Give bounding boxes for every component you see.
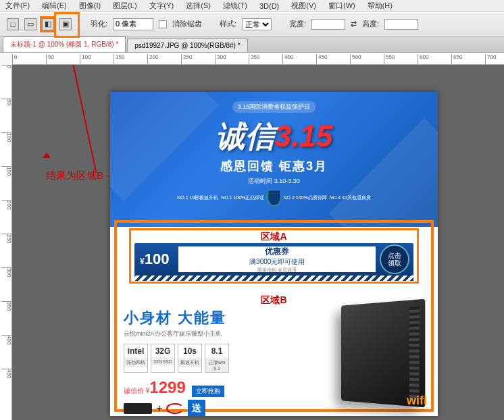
height-input[interactable] xyxy=(384,19,418,30)
coupon-title: 优惠券 xyxy=(265,246,289,257)
style-select[interactable]: 正常 xyxy=(242,18,272,30)
gift-row: + 送 xyxy=(124,400,316,416)
ruler-tick: 650 xyxy=(451,54,462,65)
feather-input[interactable] xyxy=(113,18,153,30)
device-image xyxy=(341,299,425,408)
ruler-tick: 400 xyxy=(1,335,12,344)
menu-edit[interactable]: 编辑(E) xyxy=(42,1,67,11)
menu-file[interactable]: 文件(F) xyxy=(5,1,30,11)
ruler-tick: 0 xyxy=(1,65,12,68)
coupon-mid: 优惠券 满3000元即可使用 限量抢购 全店通用 xyxy=(178,246,376,272)
plus-icon: + xyxy=(156,402,162,415)
buy-button[interactable]: 立即抢购 xyxy=(192,386,224,397)
ruler-tick: 150 xyxy=(114,54,124,65)
coupon-claim-button[interactable]: 点击领取 xyxy=(380,244,409,274)
spec-item: intel强劲四核 xyxy=(124,344,148,373)
banner-tag: 3.15国际消费者权益保护日 xyxy=(232,101,316,113)
cert-item: NO.2 100%品质保障 xyxy=(284,194,327,201)
height-label: 高度: xyxy=(362,19,379,29)
style-label: 样式: xyxy=(220,19,236,29)
canvas-area[interactable]: 结果为区域B - 区域A 3.15国际消费者权益保护日 诚信3.15 感恩回馈 … xyxy=(12,65,504,420)
ruler-tick: 250 xyxy=(1,234,12,243)
ruler-tick: 450 xyxy=(1,369,12,378)
antialias-checkbox[interactable] xyxy=(159,20,167,28)
banner-subtitle: 感恩回馈 钜惠3月 xyxy=(110,158,438,174)
width-input[interactable] xyxy=(311,19,345,30)
cert-item: NO.1 100%正品保证 xyxy=(221,194,264,201)
ruler-tick: 550 xyxy=(384,54,395,65)
lower-area: 区域A 区域B ¥100 优惠券 满3000元即可使用 限量抢购 全店通用 点击… xyxy=(110,227,438,416)
menu-layer[interactable]: 图层(L) xyxy=(113,1,136,11)
options-bar: □ ▭ ◧ ▣ 羽化: 消除锯齿 样式: 正常 宽度: ⇄ 高度: xyxy=(0,12,504,36)
ruler-tick: 100 xyxy=(80,54,91,65)
menu-view[interactable]: 视图(V) xyxy=(291,1,316,11)
main-menubar: 文件(F) 编辑(E) 图像(I) 图层(L) 文字(Y) 选择(S) 滤镜(T… xyxy=(0,0,504,12)
menu-window[interactable]: 窗口(W) xyxy=(328,1,355,11)
feather-label: 羽化: xyxy=(91,19,107,29)
menu-filter[interactable]: 滤镜(T) xyxy=(223,1,247,11)
menu-image[interactable]: 图像(I) xyxy=(79,1,101,11)
ruler-vertical[interactable]: 0 50 100 150 200 250 300 350 400 450 xyxy=(0,65,12,420)
coupon-price: ¥100 xyxy=(134,251,174,268)
spec-item: 8.1正版win 8.1 xyxy=(205,344,229,373)
coupon-zigzag-icon xyxy=(134,275,413,281)
banner-title: 诚信3.15 xyxy=(110,117,438,157)
marquee-intersect-icon[interactable]: ▣ xyxy=(59,18,72,30)
product-title: 小身材 大能量 xyxy=(124,308,316,328)
label-region-b: 区域B xyxy=(261,294,286,307)
ruler-tick: 50 xyxy=(46,54,54,65)
banner-title-b: 3.15 xyxy=(275,120,333,153)
marquee-new-icon[interactable]: □ xyxy=(7,18,19,30)
ruler-tick: 700 xyxy=(485,54,496,65)
antialias-label: 消除锯齿 xyxy=(172,19,202,29)
ruler-tick: 450 xyxy=(316,54,327,65)
banner-title-a: 诚信 xyxy=(216,120,275,153)
tab-psd19927[interactable]: psd19927.JPG @ 100%(RGB/8#) * xyxy=(127,38,247,52)
ruler-horizontal[interactable]: 0 50 100 150 200 250 300 350 400 450 500… xyxy=(12,53,504,65)
gift-tag: 送 xyxy=(188,400,205,416)
ruler-tick: 350 xyxy=(249,54,259,65)
menu-type[interactable]: 文字(Y) xyxy=(149,1,174,11)
ruler-tick: 200 xyxy=(147,54,158,65)
cable-icon xyxy=(166,403,184,414)
cert-item: NO.1 10秒极速开机 xyxy=(177,194,218,201)
document-tabbar: 未标题-1 @ 100% (椭圆 1, RGB/8) * psd19927.JP… xyxy=(0,36,504,53)
tab-untitled[interactable]: 未标题-1 @ 100% (椭圆 1, RGB/8) * xyxy=(3,36,126,52)
banner-certs: NO.1 10秒极速开机 NO.1 100%正品保证 NO.2 100%品质保障… xyxy=(110,190,438,206)
annotation-arrow-line xyxy=(70,65,97,173)
label-region-a: 区域A xyxy=(261,231,286,243)
menu-3d[interactable]: 3D(D) xyxy=(259,2,279,10)
wifi-icon: wifi xyxy=(407,394,427,408)
ruler-tick: 400 xyxy=(282,54,293,65)
spec-item: 32G32GSSD xyxy=(151,344,175,373)
document-canvas[interactable]: 3.15国际消费者权益保护日 诚信3.15 感恩回馈 钜惠3月 活动时间 3.1… xyxy=(110,92,438,416)
keyboard-icon xyxy=(124,403,152,414)
ruler-tick: 250 xyxy=(181,54,192,65)
shield-icon xyxy=(268,190,281,206)
spec-row: intel强劲四核 32G32GSSD 10s极速开机 8.1正版win 8.1 xyxy=(124,344,316,373)
banner: 3.15国际消费者权益保护日 诚信3.15 感恩回馈 钜惠3月 活动时间 3.1… xyxy=(110,92,438,227)
ruler-tick: 200 xyxy=(1,200,12,209)
menu-select[interactable]: 选择(S) xyxy=(186,1,211,11)
swap-icon[interactable]: ⇄ xyxy=(351,20,357,28)
ruler-tick: 150 xyxy=(1,166,12,176)
product-block: 小身材 大能量 云悦mini2A办公客厅娱乐微型小主机 intel强劲四核 32… xyxy=(124,308,424,406)
ruler-tick: 300 xyxy=(1,267,12,277)
ruler-tick: 350 xyxy=(1,301,12,311)
ruler-tick: 500 xyxy=(350,54,361,65)
product-subtitle: 云悦mini2A办公客厅娱乐微型小主机 xyxy=(124,330,316,338)
ruler-tick: 0 xyxy=(12,54,17,65)
marquee-add-icon[interactable]: ▭ xyxy=(24,18,36,30)
coupon-cond: 满3000元即可使用 xyxy=(249,257,305,267)
product-price: 诚信价 ¥1299 立即抢购 xyxy=(124,378,316,397)
ruler-tick: 300 xyxy=(215,54,226,65)
ruler-tick: 100 xyxy=(1,132,12,142)
menu-help[interactable]: 帮助(H) xyxy=(368,1,393,11)
ruler-tick: 50 xyxy=(1,99,12,105)
banner-time: 活动时间 3.10-3.30 xyxy=(110,177,438,186)
coupon-note: 限量抢购 全店通用 xyxy=(257,267,297,273)
coupon: ¥100 优惠券 满3000元即可使用 限量抢购 全店通用 点击领取 xyxy=(134,243,413,275)
marquee-subtract-icon[interactable]: ◧ xyxy=(42,18,54,30)
annotation-marker-icon xyxy=(43,153,51,158)
workspace: 0 50 100 150 200 250 300 350 400 450 500… xyxy=(0,53,504,420)
